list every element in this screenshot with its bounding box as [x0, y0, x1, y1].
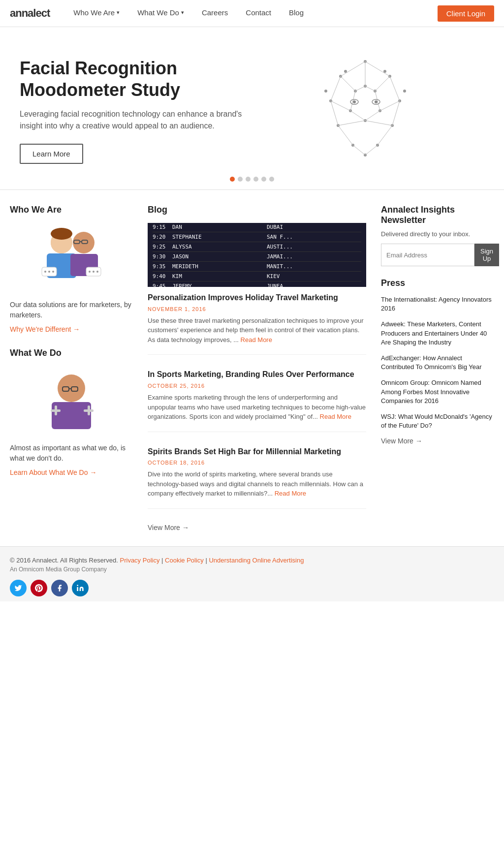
left-column: Who We Are: [10, 205, 133, 531]
nav-careers[interactable]: Careers: [193, 0, 237, 27]
pinterest-icon[interactable]: [31, 580, 47, 596]
svg-line-27: [378, 125, 392, 145]
svg-line-37: [365, 111, 380, 121]
blog-post-2-date: OCTOBER 25, 2016: [148, 383, 366, 389]
understanding-online-advertising-link[interactable]: Understanding Online Advertising: [209, 557, 304, 564]
privacy-policy-link[interactable]: Privacy Policy: [120, 557, 160, 564]
press-view-more-link[interactable]: View More →: [381, 437, 422, 445]
blog-title: Blog: [148, 205, 366, 215]
client-login-button[interactable]: Client Login: [438, 5, 494, 22]
svg-point-53: [44, 271, 46, 273]
svg-point-54: [48, 271, 50, 273]
blog-post-3-title[interactable]: Spirits Brands Set High Bar for Millenni…: [148, 447, 366, 457]
facebook-icon[interactable]: [51, 580, 68, 596]
blog-post-1: ✗ DEPARTURES 9:15DANDUBAI 9:20STEPHANIES…: [148, 223, 366, 355]
press-item-1[interactable]: The Internationalist: Agency Innovators …: [381, 295, 494, 313]
hero-title: Facial Recognition Moodometer Study: [20, 58, 246, 100]
svg-line-28: [353, 145, 365, 155]
blog-post-1-title[interactable]: Personalization Improves Holiday Travel …: [148, 293, 366, 303]
dep-row-7: 9:45JEREMYJUNEA...: [153, 281, 361, 287]
hero-content: Facial Recognition Moodometer Study Leve…: [20, 58, 246, 163]
arrow-icon: →: [415, 437, 422, 445]
arrow-icon: →: [182, 524, 189, 531]
dep-row-5: 9:35MERIDETHMANIT...: [153, 262, 361, 272]
svg-point-63: [93, 271, 94, 273]
blog-view-more-link[interactable]: View More →: [148, 524, 189, 531]
blog-post-1-excerpt: Use these three travel marketing persona…: [148, 316, 366, 345]
right-column: Annalect Insights Newsletter Delivered d…: [381, 205, 494, 531]
svg-point-56: [73, 232, 94, 253]
svg-point-55: [52, 271, 54, 273]
nav-blog[interactable]: Blog: [280, 0, 313, 27]
twitter-icon[interactable]: [10, 580, 27, 596]
blog-post-1-read-more[interactable]: Read More: [241, 336, 272, 343]
hero-learn-more-button[interactable]: Learn More: [20, 144, 83, 164]
what-we-do-description: Almost as important as what we do, is wh…: [10, 443, 133, 464]
blog-section: Blog ✗ DEPARTURES 9:15DANDUBAI 9:20STEPH…: [143, 205, 371, 531]
svg-point-46: [375, 100, 378, 103]
svg-line-22: [331, 76, 341, 101]
email-input[interactable]: [381, 244, 474, 266]
blog-post-1-date: NOVEMBER 1, 2016: [148, 306, 366, 312]
linkedin-icon[interactable]: [72, 580, 89, 596]
dep-row-2: 9:20STEPHANIESAN F...: [153, 232, 361, 242]
dep-row-3: 9:25ALYSSAAUSTI...: [153, 242, 361, 252]
arrow-icon: →: [73, 325, 80, 333]
newsletter-section: Annalect Insights Newsletter Delivered d…: [381, 205, 494, 266]
hero-description: Leveraging facial recognition technology…: [20, 108, 246, 132]
why-were-different-link[interactable]: Why We're Different →: [10, 325, 80, 333]
what-we-do-title: What We Do: [10, 348, 133, 358]
dep-row-1: 9:15DANDUBAI: [153, 223, 361, 232]
newsletter-form: Sign Up: [381, 244, 494, 266]
nav-contact[interactable]: Contact: [237, 0, 280, 27]
footer: © 2016 Annalect. All Rights Reserved. Pr…: [0, 546, 504, 601]
logo[interactable]: annalect: [10, 7, 50, 20]
nav-what-we-do[interactable]: What We Do ▾: [128, 0, 193, 27]
svg-line-25: [392, 101, 400, 125]
hero-dot-5[interactable]: [261, 177, 266, 182]
svg-line-34: [355, 86, 365, 91]
blog-post-2-title[interactable]: In Sports Marketing, Branding Rules Over…: [148, 370, 366, 380]
hero-dot-3[interactable]: [246, 177, 251, 182]
social-icons: [10, 580, 494, 596]
newsletter-title: Annalect Insights Newsletter: [381, 205, 494, 225]
departures-board: ✗ DEPARTURES 9:15DANDUBAI 9:20STEPHANIES…: [148, 223, 366, 287]
press-item-2[interactable]: Adweek: These Marketers, Content Produce…: [381, 320, 494, 347]
blog-post-3-read-more[interactable]: Read More: [275, 490, 306, 497]
svg-line-30: [341, 76, 355, 91]
chevron-down-icon: ▾: [181, 9, 184, 16]
nav-who-we-are[interactable]: Who We Are ▾: [64, 0, 128, 27]
hero-dot-4[interactable]: [253, 177, 258, 182]
hero-dot-1[interactable]: [230, 177, 235, 182]
svg-point-50: [51, 228, 72, 240]
svg-rect-69: [52, 402, 91, 429]
cookie-policy-link[interactable]: Cookie Policy: [165, 557, 204, 564]
svg-line-23: [390, 76, 400, 101]
main-content: Who We Are: [0, 189, 504, 546]
who-we-are-section: Who We Are: [10, 205, 133, 333]
hero-dot-6[interactable]: [269, 177, 274, 182]
svg-line-26: [338, 125, 353, 145]
svg-line-39: [338, 121, 365, 125]
blog-post-3-excerpt: Dive into the world of spirits marketing…: [148, 469, 366, 499]
press-section: Press The Internationalist: Agency Innov…: [381, 278, 494, 445]
what-we-do-avatar: [37, 366, 106, 435]
press-item-4[interactable]: Omnicom Group: Omnicom Named Among Forbe…: [381, 378, 494, 405]
svg-line-33: [380, 101, 400, 111]
svg-line-29: [365, 145, 378, 155]
press-item-3[interactable]: AdExchanger: How Annalect Contributed To…: [381, 354, 494, 372]
footer-copyright: © 2016 Annalect. All Rights Reserved. Pr…: [10, 557, 494, 564]
svg-line-20: [341, 62, 365, 76]
who-we-are-title: Who We Are: [10, 205, 133, 215]
svg-line-40: [365, 121, 392, 125]
svg-point-16: [344, 70, 347, 73]
hero-dot-2[interactable]: [238, 177, 243, 182]
learn-about-what-we-do-link[interactable]: Learn About What We Do →: [10, 468, 97, 476]
press-item-5[interactable]: WSJ: What Would McDonald's 'Agency of th…: [381, 412, 494, 430]
footer-subtext: An Omnicom Media Group Company: [10, 566, 494, 573]
svg-line-36: [350, 111, 365, 121]
blog-post-2-read-more[interactable]: Read More: [320, 413, 351, 420]
blog-post-2: In Sports Marketing, Branding Rules Over…: [148, 370, 366, 432]
signup-button[interactable]: Sign Up: [474, 244, 499, 266]
dep-row-6: 9:40KIMKIEV: [153, 272, 361, 281]
